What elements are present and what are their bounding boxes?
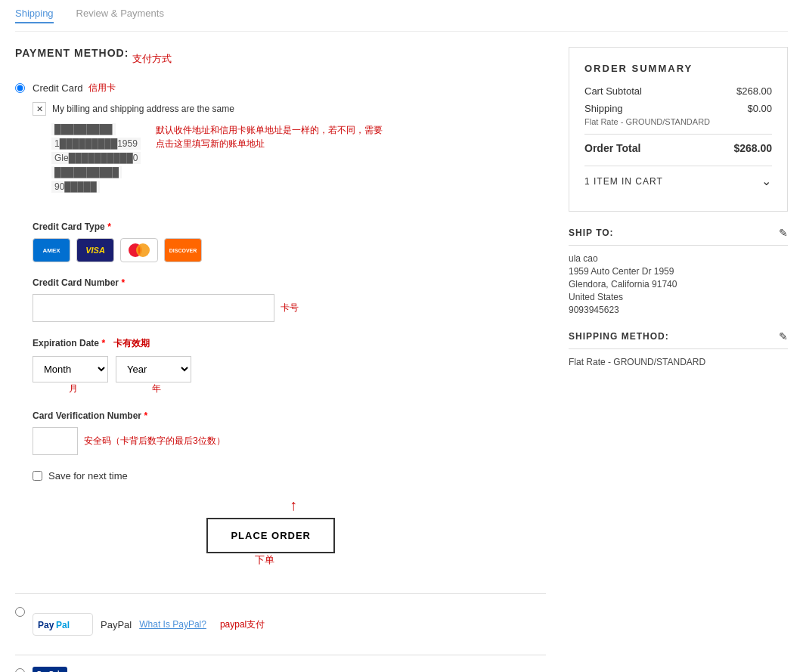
svg-text:Pal: Pal bbox=[56, 620, 70, 630]
cvv-annotation: 安全码（卡背后数字的最后3位数） bbox=[84, 435, 225, 447]
expiration-row: Month 010203 040506 070809 101112 月 bbox=[33, 356, 383, 395]
visa-icon[interactable]: VISA bbox=[76, 238, 114, 262]
address-line-1: █████████ bbox=[51, 123, 116, 135]
ship-to-title: SHIP TO: bbox=[569, 228, 614, 238]
cvv-label: Card Verification Number * bbox=[33, 410, 383, 421]
card-type-group: Credit Card Type * AMEX VISA bbox=[33, 221, 383, 262]
billing-checkbox-label: My billing and shipping address are the … bbox=[52, 104, 234, 114]
month-annotation: 月 bbox=[69, 382, 78, 395]
order-total-label: Order Total bbox=[584, 142, 640, 154]
shipping-value: $0.00 bbox=[747, 103, 772, 114]
paypal-label: PayPal bbox=[101, 619, 132, 630]
paypal-option: Pay Pal PayPal What Is PayPal? paypal支付 bbox=[15, 605, 546, 643]
credit-card-radio[interactable] bbox=[15, 83, 25, 93]
shipping-row: Shipping $0.00 bbox=[584, 103, 772, 114]
year-select[interactable]: Year 202420252026 2027202820292030 bbox=[116, 356, 191, 382]
cvv-input[interactable] bbox=[33, 427, 78, 455]
order-summary-panel: ORDER SUMMARY Cart Subtotal $268.00 Ship… bbox=[569, 47, 788, 672]
shipping-method-header: SHIPPING METHOD: ✎ bbox=[569, 330, 788, 349]
ship-to-header: SHIP TO: ✎ bbox=[569, 227, 788, 246]
ship-name: ula cao bbox=[569, 253, 788, 264]
shipping-method-section: SHIPPING METHOD: ✎ Flat Rate - GROUND/ST… bbox=[569, 330, 788, 367]
place-order-button[interactable]: PLACE ORDER bbox=[206, 518, 335, 553]
cvv-group: Card Verification Number * 安全码（卡背后数字的最后3… bbox=[33, 410, 383, 455]
order-total-row: Order Total $268.00 bbox=[584, 142, 772, 154]
nav-shipping[interactable]: Shipping bbox=[15, 8, 54, 23]
address-line-5: 90█████ bbox=[51, 181, 100, 193]
card-number-annotation: 卡号 bbox=[281, 302, 299, 314]
payment-method-annotation: 支付方式 bbox=[132, 52, 172, 66]
order-total-value: $268.00 bbox=[733, 142, 772, 154]
cart-subtotal-row: Cart Subtotal $268.00 bbox=[584, 85, 772, 97]
svg-text:Pay: Pay bbox=[38, 620, 54, 630]
credit-card-label: Credit Card bbox=[33, 82, 82, 94]
discover-icon[interactable]: DISCOVER bbox=[164, 238, 202, 262]
shipping-method-edit-icon[interactable]: ✎ bbox=[779, 330, 788, 342]
paypal-annotation: paypal支付 bbox=[220, 618, 265, 631]
card-number-label: Credit Card Number * bbox=[33, 277, 383, 288]
ship-phone: 9093945623 bbox=[569, 305, 788, 315]
paypal-logo: Pay Pal bbox=[33, 613, 93, 636]
address-line-4: ██████████ bbox=[51, 166, 122, 178]
payment-form-panel: PAYMENT METHOD: 支付方式 Credit Card 信用卡 ✕ M… bbox=[15, 47, 546, 672]
ship-city-state: Glendora, California 91740 bbox=[569, 279, 788, 290]
expiration-label: Expiration Date * 卡有效期 bbox=[33, 337, 383, 350]
save-label: Save for next time bbox=[48, 470, 128, 482]
cart-subtotal-value: $268.00 bbox=[736, 85, 772, 97]
paypal-credit-radio[interactable] bbox=[15, 668, 25, 672]
paypal-radio[interactable] bbox=[15, 607, 25, 617]
ship-country: United States bbox=[569, 292, 788, 302]
save-checkbox[interactable] bbox=[33, 471, 42, 481]
cart-items-label: 1 ITEM IN CART bbox=[584, 176, 663, 187]
card-number-input[interactable] bbox=[33, 294, 274, 322]
card-number-group: Credit Card Number * 卡号 bbox=[33, 277, 383, 322]
month-select[interactable]: Month 010203 040506 070809 101112 bbox=[33, 356, 108, 382]
address-line-3: Gle██████████0 bbox=[51, 152, 141, 164]
place-order-arrow-annotation: ↑ bbox=[33, 497, 297, 514]
shipping-detail-label: Flat Rate - GROUND/STANDARD bbox=[584, 117, 710, 126]
ship-to-section: SHIP TO: ✎ ula cao 1959 Auto Center Dr 1… bbox=[569, 227, 788, 315]
address-line-2: 1█████████1959 bbox=[51, 138, 141, 150]
card-type-icons: AMEX VISA DISCOVER bbox=[33, 238, 383, 262]
place-order-label-annotation: 下单 bbox=[33, 553, 274, 567]
mastercard-icon[interactable] bbox=[120, 238, 158, 262]
ship-address1: 1959 Auto Center Dr 1959 bbox=[569, 266, 788, 277]
paypal-credit-logo: PayPalCREDIT bbox=[33, 667, 67, 672]
order-summary-box: ORDER SUMMARY Cart Subtotal $268.00 Ship… bbox=[569, 47, 788, 212]
cart-subtotal-label: Cart Subtotal bbox=[584, 85, 642, 97]
shipping-method-value: Flat Rate - GROUND/STANDARD bbox=[569, 357, 788, 367]
default-address-annotation: 默认收件地址和信用卡账单地址是一样的，若不同，需要点击这里填写新的账单地址 bbox=[156, 123, 383, 150]
billing-checkbox[interactable]: ✕ bbox=[33, 102, 46, 116]
card-type-label: Credit Card Type * bbox=[33, 221, 383, 232]
expiration-annotation: 卡有效期 bbox=[113, 338, 150, 348]
expiration-group: Expiration Date * 卡有效期 Month 010203 0405… bbox=[33, 337, 383, 395]
save-checkbox-row: Save for next time bbox=[33, 470, 383, 482]
checkout-nav: Shipping Review & Payments bbox=[15, 0, 788, 32]
billing-address-block: █████████ 1█████████1959 Gle██████████0 … bbox=[51, 123, 141, 195]
shipping-label: Shipping bbox=[584, 103, 623, 114]
order-summary-title: ORDER SUMMARY bbox=[584, 63, 772, 74]
year-annotation: 年 bbox=[152, 382, 161, 395]
credit-card-annotation: 信用卡 bbox=[88, 82, 116, 94]
shipping-method-title: SHIPPING METHOD: bbox=[569, 331, 669, 342]
cart-items-toggle[interactable]: 1 ITEM IN CART ⌄ bbox=[584, 166, 772, 196]
credit-card-option: Credit Card 信用卡 ✕ My billing and shippin… bbox=[15, 82, 546, 582]
payment-method-title: PAYMENT METHOD: bbox=[15, 47, 129, 59]
billing-checkbox-row: ✕ My billing and shipping address are th… bbox=[33, 102, 383, 116]
nav-review-payments[interactable]: Review & Payments bbox=[76, 8, 164, 23]
shipping-detail-row: Flat Rate - GROUND/STANDARD bbox=[584, 117, 772, 126]
what-is-paypal-link[interactable]: What Is PayPal? bbox=[139, 619, 206, 630]
ship-to-edit-icon[interactable]: ✎ bbox=[779, 227, 788, 239]
chevron-down-icon: ⌄ bbox=[761, 174, 772, 188]
paypal-credit-option: PayPalCREDIT PayPal Credit paypal credit… bbox=[15, 667, 546, 672]
amex-icon[interactable]: AMEX bbox=[33, 238, 70, 262]
